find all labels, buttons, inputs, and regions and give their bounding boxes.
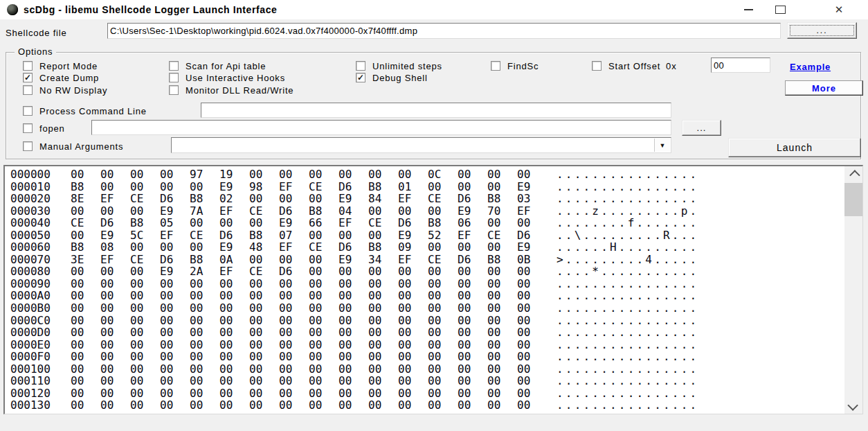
maximize-icon: [775, 6, 786, 14]
hex-row: 00011000000000000000000000000000000000..…: [5, 375, 843, 387]
shellcode-file-input[interactable]: [107, 23, 781, 39]
hex-row: 000060B808000000E948EFCED6B809000000E9..…: [5, 241, 843, 254]
checkbox-box[interactable]: [23, 106, 33, 116]
start-offset-input[interactable]: [711, 58, 770, 73]
hex-row: 000030000000E97AEFCED6B804000000E970EF..…: [5, 205, 843, 218]
checkbox-box[interactable]: [23, 123, 33, 133]
vertical-scrollbar[interactable]: [844, 166, 862, 414]
scroll-down-button[interactable]: [844, 398, 862, 414]
window-title: scDbg - libemu Shellcode Logger Launch I…: [24, 0, 277, 19]
checkbox-interactive-hooks[interactable]: Use Interactive Hooks: [169, 72, 285, 83]
hex-row: 00005000E95CEFCED6B807000000E952EFCED6..…: [5, 229, 843, 242]
checkbox-box[interactable]: [23, 61, 33, 71]
hex-prefix-label: 0x: [666, 61, 676, 71]
checkbox-box[interactable]: ✓: [23, 73, 33, 82]
minimize-icon: [744, 9, 753, 10]
checkbox-box[interactable]: [592, 61, 602, 71]
checkbox-start-offset[interactable]: Start Offset 0x: [592, 60, 676, 71]
checkbox-box[interactable]: [169, 61, 179, 71]
browse-file-label: ...: [790, 25, 854, 36]
checkbox-findsc[interactable]: FindSc: [491, 60, 539, 71]
checkbox-report-mode[interactable]: Report Mode: [23, 60, 98, 71]
hex-row: 00012000000000000000000000000000000000..…: [5, 387, 843, 400]
hex-row: 0000E000000000000000000000000000000000..…: [5, 339, 843, 351]
checkbox-monitor-dll[interactable]: Monitor DLL Read/Write: [169, 85, 293, 96]
checkbox-box[interactable]: [23, 141, 33, 151]
checkbox-fopen[interactable]: fopen: [23, 123, 65, 134]
hex-row: 0000B000000000000000000000000000000000..…: [5, 302, 843, 315]
checkbox-scan-api-table[interactable]: Scan for Api table: [169, 60, 266, 71]
hex-row: 00013000000000000000000000000000000000..…: [5, 399, 843, 412]
hex-row: 0000A000000000000000000000000000000000..…: [5, 290, 843, 302]
checkbox-box[interactable]: [23, 85, 33, 95]
hexdump-panel[interactable]: 0000000000000097190000000000000C000000..…: [3, 165, 863, 414]
scroll-up-button[interactable]: [844, 166, 862, 182]
checkbox-box[interactable]: ✓: [356, 73, 365, 82]
combobox-dropdown-button[interactable]: ▼: [654, 139, 670, 152]
title-bar: scDbg - libemu Shellcode Logger Launch I…: [0, 0, 868, 19]
launch-button[interactable]: Launch: [728, 138, 861, 157]
hex-row: 000040CED6B805000000E966EFCED6B8060000..…: [5, 217, 843, 229]
scroll-up-icon: [849, 170, 860, 181]
hex-row: 00010000000000000000000000000000000000..…: [5, 363, 843, 376]
hex-row: 0000000000000097190000000000000C000000..…: [5, 168, 843, 181]
hex-row: 0000C000000000000000000000000000000000..…: [5, 315, 843, 327]
close-button[interactable]: ✕: [828, 0, 850, 19]
hex-row: 000080000000E92AEFCED60000000000000000..…: [5, 265, 843, 278]
chevron-down-icon: ▼: [660, 142, 666, 149]
checkbox-box[interactable]: [169, 73, 179, 82]
hex-row: 000010B800000000E998EFCED6B801000000E9..…: [5, 181, 843, 193]
fopen-input[interactable]: [91, 120, 671, 135]
browse-file-button[interactable]: ...: [787, 22, 857, 39]
example-link[interactable]: Example: [790, 62, 831, 72]
app-icon[interactable]: [7, 4, 18, 15]
hex-row: 0000703EEFCED6B80A000000E934EFCED6B80B>.…: [5, 254, 843, 266]
process-cmdline-input[interactable]: [201, 103, 671, 118]
checkbox-box[interactable]: [169, 85, 179, 95]
maximize-button[interactable]: [768, 0, 792, 19]
checkbox-unlimited-steps[interactable]: Unlimited steps: [356, 60, 442, 71]
manual-arguments-combobox[interactable]: ▼: [171, 137, 671, 153]
scrollbar-thumb[interactable]: [844, 183, 862, 216]
checkbox-box[interactable]: [356, 61, 365, 71]
checkbox-manual-arguments[interactable]: Manual Arguments: [23, 141, 123, 152]
hexdump-rows: 0000000000000097190000000000000C000000..…: [5, 168, 843, 414]
checkbox-create-dump[interactable]: ✓ Create Dump: [23, 72, 99, 83]
checkbox-process-cmdline[interactable]: Process Command Line: [23, 105, 147, 116]
options-group-label: Options: [15, 46, 56, 57]
shellcode-file-label: Shellcode file: [6, 28, 67, 38]
checkbox-no-rw-display[interactable]: No RW Display: [23, 85, 107, 96]
hex-row: 0000D000000000000000000000000000000000..…: [5, 326, 843, 339]
hex-row: 0000F000000000000000000000000000000000..…: [5, 351, 843, 363]
more-button[interactable]: More: [785, 80, 863, 96]
close-icon: ✕: [835, 0, 844, 19]
scroll-down-icon: [847, 400, 858, 411]
checkbox-debug-shell[interactable]: ✓ Debug Shell: [356, 72, 428, 83]
options-groupbox: Options Report Mode ✓ Create Dump No RW …: [6, 52, 861, 159]
hex-row: 00009000000000000000000000000000000000..…: [5, 278, 843, 290]
checkbox-box[interactable]: [491, 61, 500, 71]
hex-row: 0000208EEFCED6B802000000E984EFCED6B803..…: [5, 193, 843, 205]
app-window: scDbg - libemu Shellcode Logger Launch I…: [0, 0, 868, 431]
minimize-button[interactable]: [738, 0, 759, 19]
fopen-browse-button[interactable]: ...: [682, 120, 721, 136]
